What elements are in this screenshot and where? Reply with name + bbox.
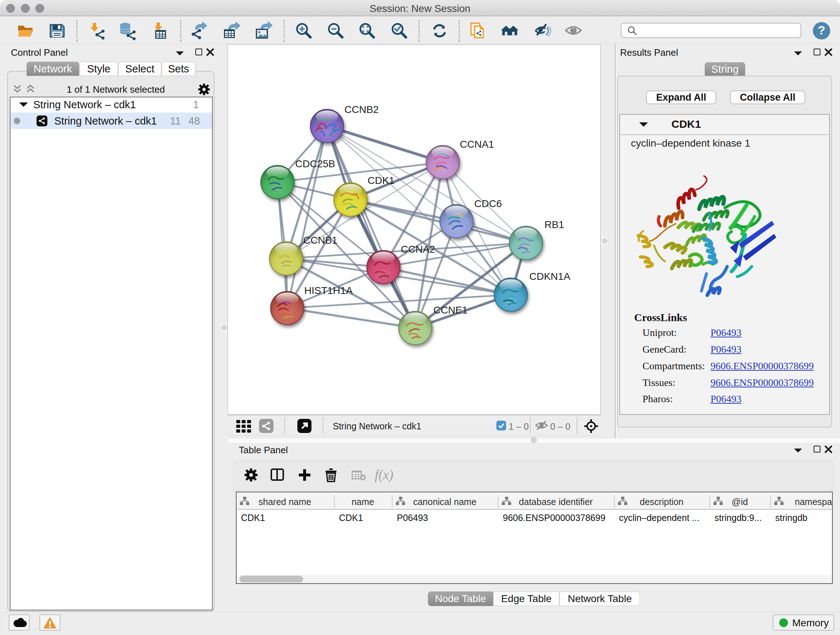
- svg-text:CDC6: CDC6: [474, 198, 502, 209]
- svg-text:CCNA1: CCNA1: [460, 139, 494, 150]
- svg-text:CCNA2: CCNA2: [401, 244, 435, 255]
- svg-text:CCNB1: CCNB1: [303, 234, 338, 246]
- svg-text:CCNB2: CCNB2: [344, 104, 379, 115]
- svg-text:RB1: RB1: [545, 219, 564, 230]
- svg-text:CDK1: CDK1: [368, 175, 395, 186]
- svg-text:?: ?: [818, 23, 826, 37]
- svg-text:CDC25B: CDC25B: [295, 158, 335, 169]
- svg-text:HIST1H1A: HIST1H1A: [304, 285, 353, 296]
- svg-text:CCNE1: CCNE1: [433, 304, 468, 316]
- svg-text:CDKN1A: CDKN1A: [529, 271, 570, 282]
